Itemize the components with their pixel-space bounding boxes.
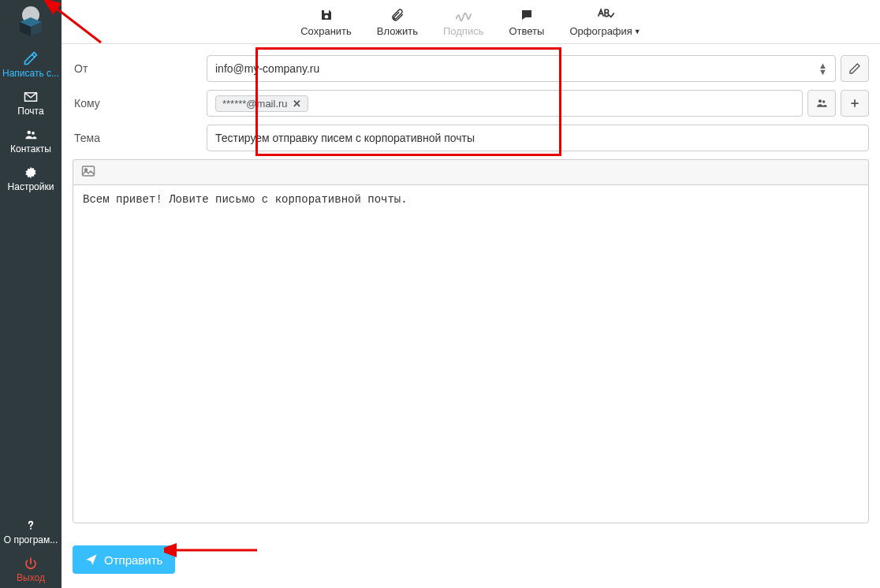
- compose-form: От info@my-company.ru ▲▼ Кому ******@mai…: [62, 44, 880, 588]
- sidebar: Написать с... Почта Контакты Настройки: [0, 0, 62, 588]
- sidebar-item-settings[interactable]: Настройки: [0, 159, 62, 197]
- tool-label: Сохранить: [300, 25, 352, 37]
- save-button[interactable]: Сохранить: [296, 6, 356, 39]
- send-button[interactable]: Отправить: [73, 545, 175, 574]
- recipient-chip-label: ******@mail.ru: [222, 98, 288, 110]
- sidebar-label: Выход: [17, 572, 45, 583]
- tool-label: Вложить: [377, 25, 418, 37]
- subject-input[interactable]: Тестируем отправку писем с корпоративной…: [207, 125, 869, 151]
- contacts-icon: [815, 97, 829, 110]
- comment-icon: [520, 7, 534, 23]
- sidebar-item-exit[interactable]: Выход: [0, 550, 62, 588]
- select-arrows-icon: ▲▼: [818, 62, 827, 75]
- sidebar-label: Почта: [17, 106, 43, 117]
- remove-recipient-icon[interactable]: ✕: [293, 98, 301, 110]
- signature-button[interactable]: Подпись: [438, 6, 488, 39]
- svg-point-11: [822, 100, 825, 102]
- from-value: info@my-company.ru: [215, 62, 319, 75]
- spellcheck-icon: [597, 7, 614, 23]
- spelling-button[interactable]: Орфография▼: [565, 6, 645, 39]
- sidebar-label: Настройки: [8, 181, 54, 192]
- contacts-icon: [2, 128, 60, 142]
- message-body[interactable]: Всем привет! Ловите письмо с корпоративн…: [73, 184, 869, 523]
- edit-identity-button[interactable]: [841, 55, 869, 82]
- recipient-chip[interactable]: ******@mail.ru ✕: [215, 95, 308, 112]
- sidebar-footer: О програм... Выход: [0, 512, 62, 588]
- app-logo: [0, 0, 62, 44]
- tool-label: Орфография▼: [569, 25, 640, 37]
- sidebar-menu: Написать с... Почта Контакты Настройки: [0, 44, 62, 197]
- sidebar-item-contacts[interactable]: Контакты: [0, 121, 62, 159]
- sidebar-label: Контакты: [10, 143, 51, 154]
- subject-value: Тестируем отправку писем с корпоративной…: [215, 132, 475, 144]
- to-row: Кому ******@mail.ru ✕: [73, 90, 869, 117]
- bottom-bar: Отправить: [73, 545, 869, 574]
- send-label: Отправить: [104, 553, 162, 567]
- send-icon: [85, 553, 98, 566]
- from-row: От info@my-company.ru ▲▼: [73, 55, 869, 82]
- tool-label: Подпись: [443, 25, 483, 37]
- cube-logo-icon: [15, 6, 47, 38]
- pick-contacts-button[interactable]: [807, 90, 836, 117]
- sidebar-label: Написать с...: [2, 68, 59, 79]
- to-label: Кому: [73, 97, 207, 110]
- from-label: От: [73, 62, 207, 75]
- to-input[interactable]: ******@mail.ru ✕: [207, 90, 803, 117]
- sidebar-item-compose[interactable]: Написать с...: [0, 44, 62, 84]
- svg-rect-12: [83, 166, 95, 176]
- image-insert-button[interactable]: [81, 165, 95, 180]
- toolbar: Сохранить Вложить Подпись Ответы Орфогра…: [62, 0, 880, 44]
- save-icon: [319, 7, 334, 23]
- pencil-icon: [848, 62, 861, 75]
- svg-rect-8: [324, 10, 329, 13]
- signature-icon: [455, 7, 472, 23]
- plus-icon: [849, 98, 860, 109]
- subject-label: Тема: [73, 132, 207, 144]
- svg-point-7: [30, 528, 32, 530]
- gear-icon: [2, 166, 60, 180]
- svg-point-5: [32, 132, 35, 135]
- sidebar-item-about[interactable]: О програм...: [0, 512, 62, 550]
- question-icon: [2, 519, 60, 533]
- mail-icon: [2, 90, 60, 104]
- attach-button[interactable]: Вложить: [372, 6, 423, 39]
- sidebar-item-mail[interactable]: Почта: [0, 84, 62, 121]
- svg-point-10: [818, 99, 822, 102]
- add-recipient-button[interactable]: [841, 90, 869, 117]
- image-icon: [81, 165, 95, 177]
- editor-toolbar: [73, 159, 869, 184]
- main: Сохранить Вложить Подпись Ответы Орфогра…: [62, 0, 880, 588]
- power-icon: [2, 556, 60, 571]
- from-select[interactable]: info@my-company.ru ▲▼: [207, 55, 836, 82]
- subject-row: Тема Тестируем отправку писем с корпорат…: [73, 125, 869, 151]
- svg-point-4: [28, 131, 32, 135]
- replies-button[interactable]: Ответы: [504, 6, 549, 39]
- message-body-text: Всем привет! Ловите письмо с корпоративн…: [83, 193, 408, 206]
- tool-label: Ответы: [509, 25, 544, 37]
- paperclip-icon: [390, 7, 405, 23]
- sidebar-label: О програм...: [4, 534, 58, 545]
- svg-point-9: [324, 15, 328, 19]
- compose-icon: [2, 50, 60, 66]
